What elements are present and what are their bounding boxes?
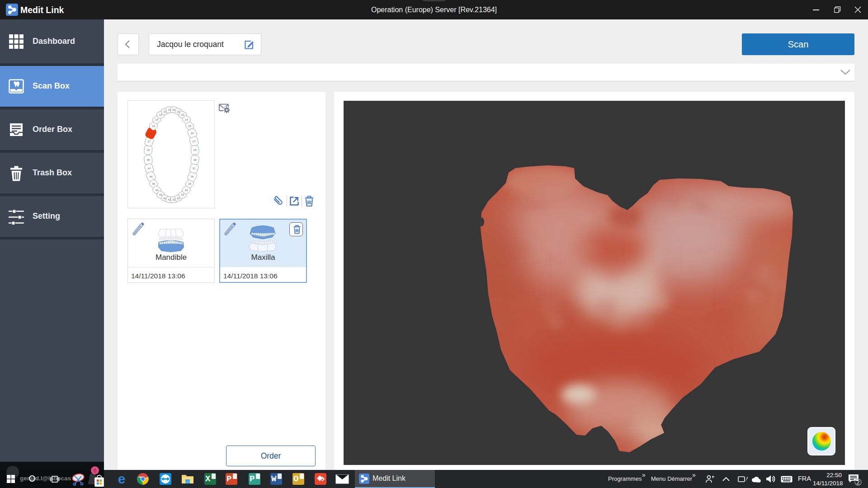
- svg-text:27: 27: [193, 140, 196, 143]
- svg-text:34: 34: [185, 189, 188, 192]
- svg-text:14: 14: [155, 118, 158, 121]
- svg-text:13: 13: [159, 113, 162, 116]
- svg-text:33: 33: [181, 193, 184, 196]
- svg-text:32: 32: [177, 197, 180, 200]
- svg-text:44: 44: [155, 189, 158, 192]
- svg-text:43: 43: [159, 193, 162, 196]
- svg-text:36: 36: [191, 175, 194, 178]
- svg-text:6: 6: [94, 468, 97, 474]
- svg-text:22: 22: [177, 110, 180, 113]
- svg-text:17: 17: [147, 140, 151, 143]
- svg-text:24: 24: [185, 118, 188, 121]
- svg-text:46: 46: [150, 175, 153, 178]
- svg-text:45: 45: [152, 183, 155, 185]
- svg-text:37: 37: [193, 167, 196, 170]
- svg-text:23: 23: [181, 113, 184, 116]
- svg-text:2: 2: [857, 479, 860, 486]
- svg-text:18: 18: [146, 149, 150, 151]
- svg-text:48: 48: [146, 159, 150, 161]
- svg-text:38: 38: [193, 159, 197, 161]
- svg-text:35: 35: [188, 183, 191, 185]
- svg-text:47: 47: [148, 167, 151, 170]
- svg-text:15: 15: [152, 125, 155, 127]
- svg-text:25: 25: [188, 125, 191, 127]
- svg-text:16: 16: [149, 132, 152, 135]
- svg-text:26: 26: [191, 132, 194, 135]
- svg-text:28: 28: [193, 149, 197, 151]
